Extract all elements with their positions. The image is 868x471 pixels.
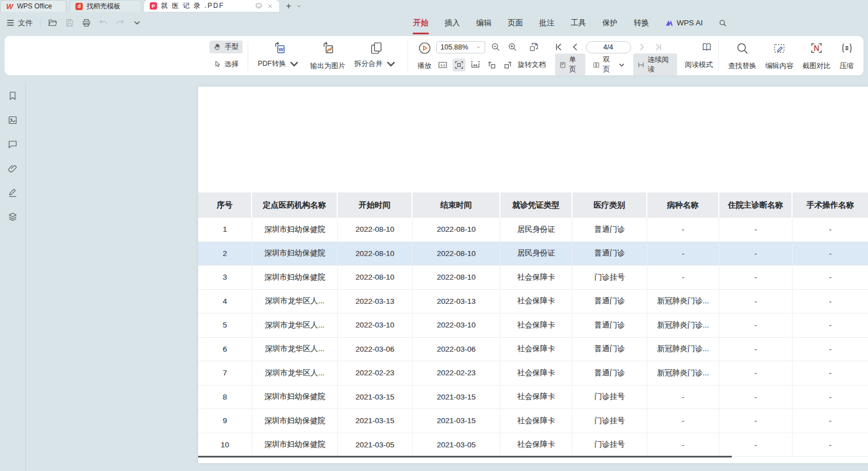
table-row[interactable]: 4深圳市龙华区人...2022-03-132022-03-13社会保障卡普通门诊… [198, 290, 868, 314]
screenshot-compare-icon [809, 41, 824, 55]
replace-pages-icon [529, 42, 539, 52]
replace-pages-button[interactable] [527, 41, 540, 53]
table-row[interactable]: 7深圳市龙华区人...2022-02-232022-02-23社会保障卡普通门诊… [198, 361, 868, 385]
document-viewport[interactable]: 序号定点医药机构名称开始时间结束时间就诊凭证类型医疗类别病种名称住院主诊断名称手… [26, 82, 868, 471]
zoom-out-button[interactable] [489, 41, 502, 53]
compress-button[interactable]: 压缩 [835, 39, 858, 72]
split-merge-button[interactable]: 拆分合并 [350, 39, 402, 72]
table-row[interactable]: 9深圳市妇幼保健院2021-03-152021-03-15社会保障卡门诊挂号--… [198, 409, 868, 433]
select-tool-button[interactable]: 选择 [209, 58, 243, 71]
close-tab-icon[interactable] [267, 3, 274, 10]
hand-tool-button[interactable]: 手型 [209, 41, 243, 53]
table-header-cell: 就诊凭证类型 [500, 192, 571, 218]
redo-button[interactable] [115, 18, 125, 28]
quickbar-more-chevron[interactable] [132, 18, 142, 28]
zoom-in-button[interactable] [506, 41, 519, 53]
tab-list-chevron-icon[interactable] [296, 3, 302, 9]
sidebar-layers-button[interactable] [7, 210, 19, 223]
table-row[interactable]: 2深圳市妇幼保健院2022-08-102022-08-10居民身份证普通门诊--… [198, 242, 868, 266]
table-cell: - [793, 266, 868, 289]
table-header-cell: 定点医药机构名称 [252, 192, 337, 218]
table-cell: 社会保障卡 [500, 409, 572, 433]
menu-tab-page[interactable]: 页面 [507, 16, 524, 30]
single-page-button[interactable]: 单页 [555, 53, 586, 75]
continuous-read-button[interactable]: 连续阅读 [633, 53, 677, 75]
screenshot-compare-button[interactable]: 截图对比 [798, 39, 835, 72]
table-cell: 普通门诊 [572, 218, 647, 241]
rotate-right-button[interactable] [502, 59, 514, 71]
last-page-button[interactable] [652, 41, 665, 53]
new-tab-button[interactable]: + [286, 2, 291, 11]
table-row[interactable]: 1深圳市妇幼保健院2022-08-102022-08-10居民身份证普通门诊--… [198, 218, 868, 242]
file-menu-button[interactable]: 文件 [6, 18, 33, 28]
sidebar-signature-button[interactable] [7, 186, 19, 199]
first-page-button[interactable] [552, 41, 565, 53]
menu-tab-protect[interactable]: 保护 [602, 16, 618, 30]
actual-size-button[interactable]: 1:1 [436, 59, 449, 71]
sidebar-attachment-button[interactable] [7, 162, 19, 174]
tab-wps-home[interactable]: W WPS Office [0, 0, 66, 12]
single-page-icon [559, 61, 566, 69]
table-header-cell: 住院主诊断名称 [719, 192, 791, 218]
table-cell: 2022-02-23 [338, 361, 413, 385]
menu-tab-tools[interactable]: 工具 [570, 16, 587, 30]
ribbon-search-button[interactable] [718, 19, 727, 28]
table-cell: 2022-08-10 [338, 242, 413, 266]
rotate-doc-label: 旋转文档 [518, 60, 546, 70]
table-cell: 5 [198, 313, 252, 337]
table-cell: 2021-03-05 [338, 433, 413, 457]
table-cell: 8 [198, 385, 252, 409]
word-translate-button[interactable]: 文A 划词翻译 [861, 59, 864, 71]
cursor-icon [213, 60, 222, 69]
table-row[interactable]: 10深圳市妇幼保健院2021-03-052021-03-05社会保障卡门诊挂号-… [198, 433, 868, 457]
table-cell: 2022-08-10 [413, 218, 500, 241]
find-replace-button[interactable]: 查找替换 [724, 39, 761, 72]
undo-button[interactable] [99, 18, 108, 28]
table-cell: - [793, 361, 868, 385]
sidebar-bookmark-button[interactable] [7, 89, 19, 102]
svg-text:文: 文 [863, 64, 863, 69]
table-cell: 门诊挂号 [572, 385, 647, 409]
play-button[interactable]: 播放 [413, 39, 436, 72]
tab-document-active[interactable]: P 就 医 记 录 .PDF [144, 0, 279, 12]
sidebar-comment-button[interactable] [7, 138, 19, 150]
fit-page-button[interactable] [453, 59, 466, 71]
menu-tab-convert[interactable]: 转换 [633, 16, 650, 30]
print-button[interactable] [82, 18, 91, 28]
bookmark-icon [7, 91, 18, 101]
next-page-button[interactable] [635, 41, 648, 53]
table-row[interactable]: 3深圳市妇幼保健院2022-08-102022-08-10社会保障卡门诊挂号--… [198, 266, 868, 290]
read-mode-button-icon[interactable] [700, 41, 713, 53]
menu-bar: 文件 开始插入编辑页面批注工具保护转换WPS AI [0, 12, 868, 34]
table-row[interactable]: 6深圳市龙华区人...2022-03-062022-03-06社会保障卡普通门诊… [198, 338, 868, 362]
menu-tab-home[interactable]: 开始 [413, 16, 429, 30]
wps-ai-button[interactable]: WPS AI [665, 19, 703, 28]
full-translate-button[interactable]: A文 全文翻译 [861, 41, 864, 52]
export-image-button[interactable]: 输出为图片 [306, 39, 350, 72]
chevron-left-icon [570, 42, 581, 52]
table-row[interactable]: 5深圳市龙华区人...2022-03-102022-03-10社会保障卡普通门诊… [198, 313, 868, 338]
double-page-button[interactable]: 双页 [589, 53, 630, 75]
menu-tab-comment[interactable]: 批注 [539, 16, 555, 30]
menu-tab-insert[interactable]: 插入 [444, 16, 460, 30]
table-cell: 6 [198, 338, 252, 361]
pdf-convert-button[interactable]: W PDF转换 [253, 39, 306, 72]
table-cell: 2021-03-15 [413, 385, 500, 409]
menu-tab-edit[interactable]: 编辑 [476, 16, 492, 30]
page-indicator-input[interactable]: 4/4 [586, 41, 631, 53]
zoom-level-select[interactable]: 105.88% [436, 41, 485, 53]
previous-page-button[interactable] [569, 41, 582, 53]
zoom-in-icon [507, 42, 518, 52]
rotate-left-button[interactable] [485, 59, 498, 71]
table-row[interactable]: 8深圳市妇幼保健院2021-03-152021-03-15社会保障卡门诊挂号--… [198, 385, 868, 410]
open-file-button[interactable] [48, 18, 57, 28]
present-on-screen-icon[interactable] [255, 2, 262, 10]
sidebar-thumbnail-button[interactable] [7, 114, 19, 126]
table-cell: 深圳市妇幼保健院 [252, 266, 338, 289]
edit-content-button[interactable]: 编辑内容 [761, 39, 798, 72]
table-cell: 2022-08-10 [413, 242, 500, 266]
save-button[interactable] [65, 18, 74, 28]
table-cell: 门诊挂号 [572, 433, 647, 457]
tab-docer-templates[interactable]: d 找稻壳模板 [69, 0, 141, 12]
fit-width-button[interactable] [469, 59, 482, 71]
